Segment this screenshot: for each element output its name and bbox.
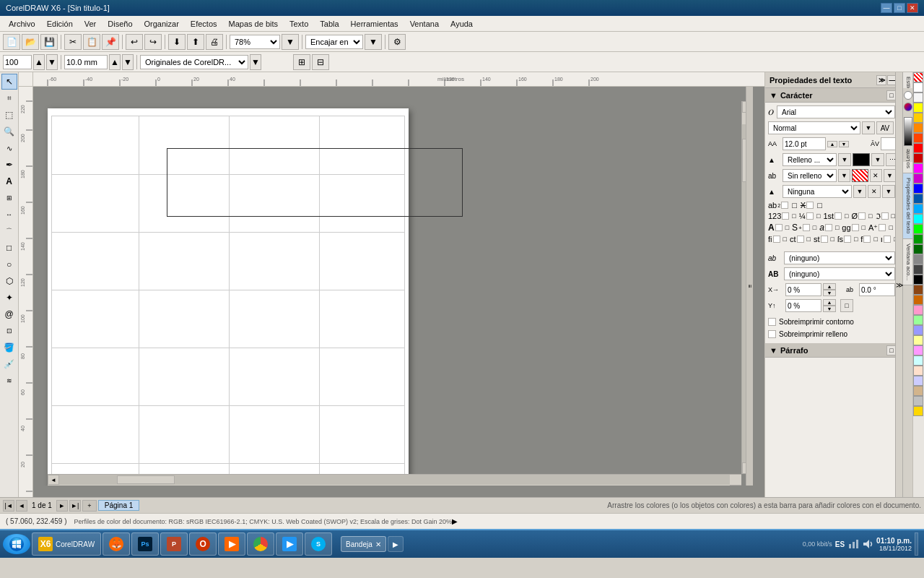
color-peach[interactable] xyxy=(913,366,923,376)
bandeja-tab[interactable]: Bandeja ✕ xyxy=(341,536,386,552)
offset-up-btn[interactable]: ▲ xyxy=(109,54,121,70)
start-button[interactable] xyxy=(3,534,30,554)
lang-indicator[interactable]: ES xyxy=(835,540,845,548)
rectangle-tool[interactable]: □ xyxy=(1,240,17,256)
panel-collapse-strip[interactable]: ≡ xyxy=(746,87,753,486)
redo-button[interactable]: ↪ xyxy=(144,34,162,50)
export-button[interactable]: ⬆ xyxy=(187,34,204,50)
color-dark-red[interactable] xyxy=(913,153,923,163)
add-page-btn[interactable]: + xyxy=(82,500,97,512)
graph-tool[interactable]: ⊡ xyxy=(1,323,17,339)
outline-x-btn[interactable]: ✕ xyxy=(870,169,882,182)
color-dark-green[interactable] xyxy=(913,234,923,244)
color-light-blue[interactable] xyxy=(913,325,923,335)
x-skew-up[interactable]: ▲ xyxy=(823,283,836,290)
powerpoint-taskbar-btn[interactable]: P xyxy=(160,532,188,556)
color-black[interactable] xyxy=(913,275,923,285)
offset-down-btn[interactable]: ▼ xyxy=(122,54,134,70)
outline-type-dropdown[interactable]: Sin relleno xyxy=(783,169,837,182)
color-lavender[interactable] xyxy=(913,376,923,386)
color-green[interactable] xyxy=(913,224,923,234)
color-light-purple[interactable] xyxy=(913,345,923,355)
tab-propiedades[interactable]: Propiedades del texto xyxy=(903,173,912,238)
color-white[interactable] xyxy=(913,82,923,92)
shape-tool[interactable]: ⌗ xyxy=(1,90,17,106)
y-skew-extra[interactable]: □ xyxy=(840,299,853,312)
style-dropdown-btn[interactable]: ▼ xyxy=(862,121,875,134)
open-button[interactable]: 📂 xyxy=(22,34,39,50)
last-page-btn[interactable]: ►| xyxy=(69,500,81,512)
options-button[interactable]: ⚙ xyxy=(388,34,406,50)
page-tab-1[interactable]: Página 1 xyxy=(98,500,139,511)
pen-tool[interactable]: ✒ xyxy=(1,157,17,173)
font-dropdown[interactable]: Originales de CorelDR... xyxy=(140,55,248,69)
new-button[interactable]: 📄 xyxy=(3,34,20,50)
horizontal-scrollbar[interactable]: ◄ ► xyxy=(48,474,741,486)
menu-ver[interactable]: Ver xyxy=(79,18,103,30)
color-red[interactable] xyxy=(913,143,923,153)
print-button[interactable]: 🖨 xyxy=(206,34,223,50)
color-picker-btn[interactable] xyxy=(904,103,912,111)
color-yellow[interactable] xyxy=(913,103,923,113)
close-button[interactable]: ✕ xyxy=(907,3,918,13)
size-up-btn[interactable]: ▲ xyxy=(827,141,837,147)
chrome-taskbar-btn[interactable] xyxy=(247,532,274,556)
color-magenta[interactable] xyxy=(913,163,923,173)
paste-button[interactable]: 📌 xyxy=(102,34,119,50)
hscroll-left[interactable]: ◄ xyxy=(48,475,59,485)
underline-dropdown-btn[interactable]: ▼ xyxy=(853,185,866,198)
AB-dropdown[interactable]: (ninguno) xyxy=(784,267,895,280)
menu-texto[interactable]: Texto xyxy=(284,18,314,30)
menu-organizar[interactable]: Organizar xyxy=(139,18,185,30)
color-sky-blue[interactable] xyxy=(913,204,923,214)
color-gold[interactable] xyxy=(913,113,923,123)
show-desktop-btn[interactable] xyxy=(915,532,918,556)
undo-button[interactable]: ↩ xyxy=(126,34,143,50)
color-tan[interactable] xyxy=(913,386,923,396)
color-purple[interactable] xyxy=(913,173,923,184)
photoshop-taskbar-btn[interactable]: Ps xyxy=(131,532,159,556)
polygon-tool[interactable]: ⬡ xyxy=(1,273,17,289)
font-style-dropdown[interactable]: Normal xyxy=(768,121,860,134)
color-cyan[interactable] xyxy=(913,214,923,224)
menu-archivo[interactable]: Archivo xyxy=(3,18,41,30)
underline-x-btn[interactable]: ✕ xyxy=(868,185,881,198)
color-burnt-orange[interactable] xyxy=(913,295,923,305)
blend-tool[interactable]: ≋ xyxy=(1,373,17,389)
first-page-btn[interactable]: |◄ xyxy=(3,500,14,512)
color-light-green[interactable] xyxy=(913,315,923,325)
menu-mapas[interactable]: Mapas de bits xyxy=(223,18,284,30)
select-tool[interactable]: ↖ xyxy=(1,74,17,90)
fill-type-dropdown[interactable]: Relleno ... xyxy=(783,153,837,166)
bandeja-close[interactable]: ✕ xyxy=(375,540,381,548)
coreldraw-taskbar-btn[interactable]: X6 CorelDRAW xyxy=(32,532,101,556)
color-forest-green[interactable] xyxy=(913,244,923,254)
color-dark-gray[interactable] xyxy=(913,264,923,275)
color-gold2[interactable] xyxy=(913,406,923,416)
firefox-taskbar-btn[interactable]: 🦊 xyxy=(103,532,130,556)
spiral-tool[interactable]: @ xyxy=(1,306,17,322)
outline-dropdown-btn[interactable]: ▼ xyxy=(838,169,850,182)
size-down-btn[interactable]: ▼ xyxy=(46,54,58,70)
app4-taskbar-btn[interactable]: O xyxy=(189,532,217,556)
dimension-tool[interactable]: ↔ xyxy=(1,207,17,223)
maximize-button[interactable]: □ xyxy=(894,3,905,13)
freehand-tool[interactable]: ∿ xyxy=(1,140,17,156)
ellipse-tool[interactable]: ○ xyxy=(1,256,17,272)
minimize-button[interactable]: — xyxy=(881,3,892,13)
color-brown[interactable] xyxy=(913,285,923,295)
char-spacing-btn[interactable]: AV xyxy=(876,121,894,134)
color-silver[interactable] xyxy=(913,396,923,406)
menu-efectos[interactable]: Efectos xyxy=(185,18,223,30)
ab-dropdown[interactable]: (ninguno) xyxy=(784,251,895,264)
overprint-contour-checkbox[interactable] xyxy=(768,318,776,326)
color-blue[interactable] xyxy=(913,184,923,194)
menu-ayuda[interactable]: Ayuda xyxy=(445,18,479,30)
outline-color-swatch[interactable] xyxy=(852,169,868,182)
color-red-orange[interactable] xyxy=(913,133,923,143)
color-dark-blue[interactable] xyxy=(913,194,923,204)
table-grid-btn[interactable]: ⊞ xyxy=(293,54,310,70)
menu-diseno[interactable]: Diseño xyxy=(102,18,138,30)
color-light-cyan[interactable] xyxy=(913,355,923,366)
import-button[interactable]: ⬇ xyxy=(168,34,186,50)
